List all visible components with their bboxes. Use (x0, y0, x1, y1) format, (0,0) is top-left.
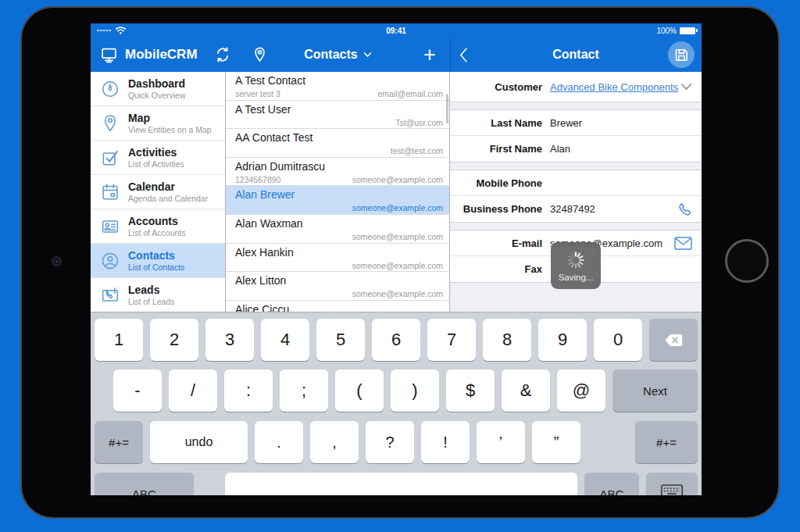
contact-list-item[interactable]: Adrian Dumitrascu 1234567890someone@exam… (226, 158, 449, 187)
contacts-dropdown[interactable]: Contacts (226, 37, 450, 72)
key-7[interactable]: 7 (427, 319, 476, 361)
contact-list-item[interactable]: A Test Contact server test 3email@email.… (226, 72, 449, 101)
key-close-paren[interactable]: ) (391, 370, 439, 412)
key-2[interactable]: 2 (150, 319, 198, 361)
sidebar-item-accounts[interactable]: AccountsList of Accounts (91, 209, 225, 244)
sidebar-item-contacts[interactable]: ContactsList of Contacts (91, 244, 225, 278)
field-business-phone[interactable]: Business Phone 32487492 (450, 196, 702, 222)
field-value: 32487492 (550, 203, 595, 215)
key-6[interactable]: 6 (372, 319, 420, 361)
id-card-icon (99, 216, 120, 237)
field-label: Fax (450, 263, 542, 275)
key-9[interactable]: 9 (538, 319, 587, 361)
key-quote[interactable]: ” (532, 421, 580, 463)
battery-icon (680, 27, 695, 34)
contact-name: Alice Ciccu (235, 303, 443, 312)
key-8[interactable]: 8 (483, 319, 531, 361)
contact-list-item[interactable]: Alex Litton someone@example.com (226, 272, 449, 301)
home-button[interactable] (725, 239, 769, 283)
desktop-icon[interactable] (100, 37, 118, 72)
person-circle-icon (99, 250, 120, 271)
key-open-paren[interactable]: ( (335, 370, 384, 412)
sidebar-item-sublabel: List of Leads (128, 297, 175, 306)
navigation-bar: MobileCRM Contacts + Contact (91, 37, 702, 72)
field-first-name[interactable]: First Name Alan (450, 136, 702, 162)
sidebar-item-dashboard[interactable]: DashboardQuick Overview (91, 72, 225, 106)
key-at[interactable]: @ (557, 370, 605, 412)
field-customer[interactable]: Customer Advanced Bike Components (450, 72, 702, 102)
key-4[interactable]: 4 (261, 319, 309, 361)
key-semicolon[interactable]: ; (280, 370, 328, 412)
keyboard-gap (201, 473, 218, 495)
undo-key[interactable]: undo (150, 421, 248, 463)
sidebar-item-label: Map (128, 112, 212, 124)
key-hyphen[interactable]: - (113, 370, 162, 412)
key-3[interactable]: 3 (205, 319, 254, 361)
saving-toast: Saving... (551, 242, 601, 289)
field-mobile-phone[interactable]: Mobile Phone (450, 170, 702, 196)
contact-name: A Test Contact (235, 74, 443, 87)
sidebar-item-map[interactable]: MapView Entities on a Map (91, 106, 225, 141)
symbols-key-left[interactable]: #+= (95, 421, 143, 463)
save-button[interactable] (668, 41, 695, 68)
save-floppy-icon (674, 48, 689, 62)
key-apostrophe[interactable]: ’ (477, 421, 525, 463)
dashboard-gauge-icon (99, 78, 120, 99)
key-exclamation[interactable]: ! (421, 421, 470, 463)
contact-list-item-selected[interactable]: Alan Brewer someone@example.com (226, 186, 449, 215)
contact-name: A Test User (235, 103, 443, 116)
chevron-down-icon[interactable] (680, 83, 692, 91)
sidebar-item-leads[interactable]: LeadsList of Leads (91, 278, 225, 312)
contact-email: test@test.com (391, 146, 443, 155)
contact-list-item[interactable]: Alex Hankin someone@example.com (226, 244, 449, 273)
send-email-icon[interactable] (674, 237, 692, 250)
key-5[interactable]: 5 (316, 319, 365, 361)
key-colon[interactable]: : (224, 370, 273, 412)
key-comma[interactable]: , (310, 421, 359, 463)
space-key[interactable] (225, 473, 577, 495)
sidebar: DashboardQuick Overview MapView Entities… (91, 72, 226, 312)
field-label: E-mail (450, 237, 542, 249)
sidebar-item-label: Leads (128, 284, 175, 296)
tablet-frame: ••••• 09:41 100% MobileCRM (20, 6, 780, 519)
field-last-name[interactable]: Last Name Brewer (450, 110, 702, 136)
contact-list-item[interactable]: Alan Waxman someone@example.com (226, 215, 449, 244)
contact-email: someone@example.com (352, 232, 443, 241)
key-1[interactable]: 1 (95, 319, 143, 361)
backspace-key[interactable] (649, 319, 698, 361)
add-contact-button[interactable]: + (423, 37, 436, 72)
contact-list-item[interactable]: A Test User Tst@usr.com (226, 101, 449, 130)
contact-list-item[interactable]: Alice Ciccu (226, 301, 449, 312)
chevron-down-icon (363, 52, 372, 58)
battery-percent: 100% (656, 27, 677, 35)
next-key[interactable]: Next (612, 370, 698, 412)
key-dollar[interactable]: $ (446, 370, 495, 412)
keyboard-gap (588, 421, 628, 463)
contact-name: AA Contact Test (235, 131, 443, 144)
contacts-dropdown-label: Contacts (304, 48, 357, 62)
key-question[interactable]: ? (366, 421, 414, 463)
sidebar-item-label: Contacts (128, 249, 184, 262)
key-0[interactable]: 0 (594, 319, 642, 361)
list-scrollbar[interactable] (446, 94, 448, 123)
sidebar-item-activities[interactable]: ActivitiesList of Activities (91, 141, 225, 175)
lead-card-icon (99, 284, 120, 305)
letters-key-left[interactable]: ABC (95, 473, 194, 495)
sidebar-item-sublabel: List of Activities (128, 159, 184, 169)
contact-name: Alan Waxman (235, 217, 443, 230)
key-slash[interactable]: / (169, 370, 217, 412)
sidebar-item-sublabel: Quick Overview (128, 91, 186, 100)
customer-link[interactable]: Advanced Bike Components (550, 81, 678, 93)
status-bar: ••••• 09:41 100% (91, 23, 702, 37)
contact-email: someone@example.com (352, 289, 443, 298)
key-ampersand[interactable]: & (502, 370, 550, 412)
main-content: DashboardQuick Overview MapView Entities… (91, 72, 702, 312)
call-phone-icon[interactable] (677, 202, 692, 217)
symbols-key-right[interactable]: #+= (635, 421, 698, 463)
sidebar-item-calendar[interactable]: CalendarAgenda and Calendar (91, 175, 225, 209)
letters-key-right[interactable]: ABC (584, 473, 639, 495)
contact-list-item[interactable]: AA Contact Test test@test.com (226, 129, 449, 158)
key-period[interactable]: . (255, 421, 303, 463)
contact-name: Alex Hankin (235, 246, 443, 259)
dismiss-keyboard-key[interactable] (646, 473, 698, 495)
